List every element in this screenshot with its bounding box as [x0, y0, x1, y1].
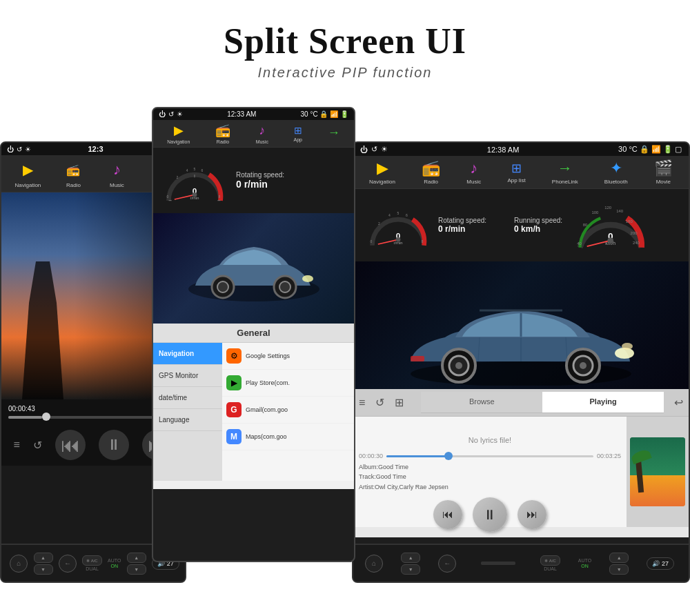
- auto-label-right: AUTO: [578, 558, 591, 563]
- sidebar-item-navigation[interactable]: Navigation: [153, 343, 222, 365]
- mid-arrow-icon: →: [328, 126, 340, 140]
- right-nav-navigation[interactable]: ▶ Navigation: [369, 159, 395, 185]
- progress-thumb[interactable]: [42, 413, 50, 421]
- volume-right: 🔊 27: [647, 557, 674, 570]
- nav-item-navigation[interactable]: ▶ Navigation: [15, 159, 41, 188]
- repeat-music-icon[interactable]: ↺: [375, 396, 384, 409]
- svg-text:80: 80: [583, 223, 588, 227]
- right-lock-icon: 🔒: [640, 145, 649, 153]
- sidebar-item-datetime[interactable]: date/time: [153, 387, 222, 409]
- maps-icon: M: [226, 429, 241, 444]
- mid-brightness-icon: ☀: [177, 110, 183, 118]
- temp-down-left[interactable]: ▼: [127, 564, 146, 575]
- svg-point-17: [279, 281, 290, 292]
- right-brightness-icon: ☀: [381, 145, 388, 154]
- hamburger-icon[interactable]: ≡: [359, 397, 365, 409]
- svg-point-44: [622, 343, 633, 350]
- right-applist-icon: ⊞: [511, 161, 522, 176]
- play-pause-button[interactable]: ⏸: [99, 430, 129, 460]
- ac-label-left: DUAL: [86, 566, 99, 571]
- prev-music-button[interactable]: ⏮: [433, 500, 462, 529]
- mid-nav-music[interactable]: ♪ Music: [256, 123, 268, 144]
- grid-icon[interactable]: ⊞: [395, 396, 404, 409]
- down-button-right[interactable]: ▼: [401, 564, 420, 575]
- tab-playing[interactable]: Playing: [542, 392, 664, 413]
- ac-icon-left: ❄ A/C: [82, 555, 101, 566]
- rotating-label: Rotating speed:: [438, 217, 486, 224]
- music-progress-bar[interactable]: [386, 455, 593, 457]
- playlist-icon[interactable]: ≡: [14, 439, 20, 451]
- play-music-button[interactable]: ⏸: [473, 497, 507, 532]
- settings-google[interactable]: ⚙ Google Settings: [222, 343, 354, 370]
- brightness-icon: ☀: [25, 146, 31, 153]
- sidebar-item-gps[interactable]: GPS Monitor: [153, 365, 222, 387]
- right-nav-music[interactable]: ♪ Music: [466, 159, 481, 185]
- rotating-text: Rotating speed: 0 r/min: [438, 217, 486, 234]
- blue-leds: [481, 562, 515, 565]
- svg-point-48: [455, 362, 462, 369]
- back-music-icon[interactable]: ↩: [674, 396, 683, 409]
- temp-up-right[interactable]: ▲: [609, 553, 629, 563]
- settings-maps[interactable]: M Maps(com.goo: [222, 424, 354, 450]
- right-nav-movie[interactable]: 🎬 Movie: [654, 159, 673, 185]
- settings-sidebar: Navigation GPS Monitor date/time Languag…: [153, 343, 222, 481]
- right-window-icon: ▢: [675, 145, 682, 153]
- ac-icon-right: ❄ A/C: [540, 555, 560, 566]
- svg-point-28: [396, 237, 401, 242]
- power-icon: ⏻: [7, 146, 14, 153]
- right-nav-applist[interactable]: ⊞ App list: [507, 161, 525, 183]
- svg-text:200: 200: [631, 231, 638, 235]
- right-nav-phonelink[interactable]: → PhoneLink: [552, 159, 578, 185]
- repeat-icon[interactable]: ↺: [33, 439, 42, 452]
- back-button-left[interactable]: ←: [59, 555, 77, 573]
- on-label-left: ON: [111, 564, 119, 568]
- nav-label-navigation: Navigation: [15, 182, 41, 188]
- playstore-text: Play Store(com.: [246, 379, 290, 386]
- radio-icon: 📻: [62, 159, 84, 181]
- right-status-bar: ⏻ ↺ ☀ 12:38 AM 30 °C 🔒 📶 🔋 ▢: [353, 143, 689, 156]
- music-progress-dot[interactable]: [444, 452, 453, 460]
- mid-nav-arrow[interactable]: →: [328, 126, 340, 141]
- home-button-right[interactable]: ⌂: [365, 555, 383, 573]
- running-text: Running speed: 0 km/h: [514, 217, 562, 234]
- home-button-left[interactable]: ⌂: [10, 555, 28, 573]
- music-time-total: 00:03:25: [597, 453, 621, 459]
- right-radio-icon: 📻: [422, 159, 440, 177]
- nav-item-radio[interactable]: 📻 Radio: [62, 159, 84, 188]
- right-nav-bluetooth[interactable]: ✦ Bluetooth: [604, 159, 628, 185]
- next-music-button[interactable]: ⏭: [518, 500, 546, 529]
- temp-up-left[interactable]: ▲: [127, 553, 146, 563]
- right-gauge-area: 0 2 4 5 6 8 0 r/min Rotating speed: 0 r/…: [353, 189, 689, 261]
- nav-item-music[interactable]: ♪ Music: [106, 159, 128, 188]
- mid-nav-app[interactable]: ⊞ App: [294, 125, 302, 142]
- sidebar-item-language[interactable]: Language: [153, 409, 222, 431]
- music-lyrics-area: No lyrics file! 00:00:30 00:03:25 Album:…: [353, 417, 627, 527]
- music-icons-row: ≡ ↺ ⊞ Browse Playing ↩: [353, 389, 689, 417]
- mid-nav-navigation[interactable]: ▶ Navigation: [167, 123, 190, 144]
- auto-label-left: AUTO: [108, 558, 121, 563]
- mid-nav-radio[interactable]: 📻 Radio: [215, 123, 230, 144]
- playstore-icon: ▶: [226, 375, 241, 390]
- tab-browse[interactable]: Browse: [421, 392, 542, 413]
- right-car-svg: [390, 265, 652, 386]
- running-gauge-svg: 40 80 100 120 140 180 200 240 0 km/h: [568, 196, 651, 255]
- back-button-right[interactable]: ←: [438, 555, 456, 573]
- prev-button[interactable]: ⏮: [55, 430, 86, 460]
- down-button-left[interactable]: ▼: [34, 564, 53, 575]
- left-time: 12:3: [88, 145, 103, 153]
- album-art: Good Time: [630, 437, 685, 506]
- svg-text:2: 2: [177, 175, 179, 179]
- right-time: 12:38 AM: [487, 146, 519, 154]
- settings-playstore[interactable]: ▶ Play Store(com.: [222, 370, 354, 397]
- temp-down-right[interactable]: ▼: [609, 564, 629, 575]
- mid-radio-icon: 📻: [215, 123, 230, 138]
- svg-text:140: 140: [616, 209, 624, 213]
- mid-gauge-label: Rotating speed: 0 r/min: [236, 171, 284, 190]
- right-nav-radio[interactable]: 📻 Radio: [422, 159, 440, 185]
- music-progress: 00:00:30 00:03:25: [359, 450, 621, 462]
- settings-gmail[interactable]: G Gmail(com.goo: [222, 397, 354, 424]
- up-button-right[interactable]: ▲: [401, 553, 420, 563]
- up-button-left[interactable]: ▲: [34, 553, 53, 563]
- mid-gauge-area: 0 2 4 5 6 8 0 r/min Rotating speed: 0 r/…: [153, 148, 354, 213]
- middle-screen: ⏻ ↺ ☀ 12:33 AM 30 °C 🔒 📶 🔋 ▶ Navigation …: [152, 107, 355, 562]
